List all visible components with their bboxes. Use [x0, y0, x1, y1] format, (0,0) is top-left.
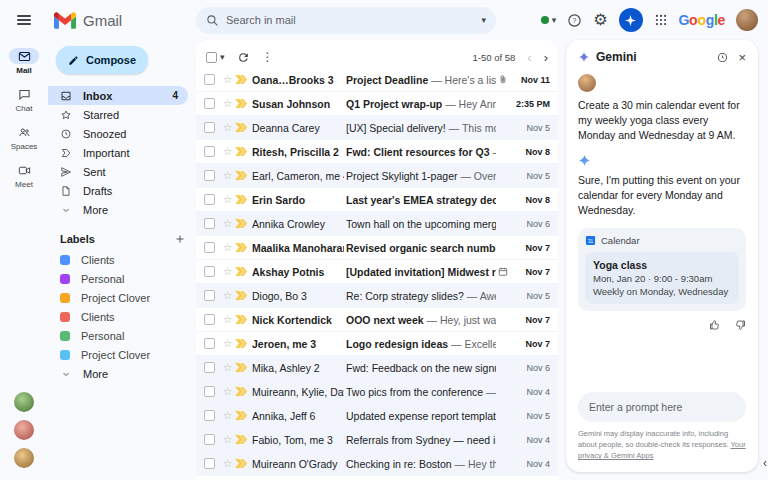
email-row[interactable]: ☆ Mika, Ashley 2 Fwd: Feedback on the ne… — [196, 356, 558, 380]
star-icon[interactable]: ☆ — [220, 337, 235, 350]
email-checkbox[interactable] — [204, 410, 215, 421]
create-label-button[interactable] — [174, 233, 186, 245]
label-item[interactable]: Personal — [48, 326, 196, 345]
thumbs-down-icon[interactable] — [734, 319, 746, 331]
newer-page-chevron[interactable]: ‹ — [527, 51, 531, 64]
contact-avatar-1[interactable] — [14, 392, 34, 412]
sidebar-item-drafts[interactable]: Drafts — [48, 181, 188, 200]
email-row[interactable]: ☆ Akshay Potnis [Updated invitation] Mid… — [196, 260, 558, 284]
email-row[interactable]: ☆ Annika Crowley Town hall on the upcomi… — [196, 212, 558, 236]
email-checkbox[interactable] — [204, 290, 215, 301]
select-all-control[interactable]: ▾ — [206, 52, 225, 63]
label-item[interactable]: Personal — [48, 269, 196, 288]
importance-marker-icon[interactable] — [235, 411, 252, 420]
labels-more[interactable]: More — [48, 364, 188, 383]
history-icon[interactable] — [716, 51, 729, 64]
label-item[interactable]: Project Clover — [48, 345, 196, 364]
label-item[interactable]: Project Clover — [48, 288, 196, 307]
select-dropdown-chevron-icon[interactable]: ▾ — [220, 52, 225, 62]
email-row[interactable]: ☆ Erin Sardo Last year's EMEA strategy d… — [196, 188, 558, 212]
settings-gear-icon[interactable]: ⚙ — [593, 12, 607, 28]
importance-marker-icon[interactable] — [235, 171, 252, 180]
star-icon[interactable]: ☆ — [220, 145, 235, 158]
email-checkbox[interactable] — [204, 98, 215, 109]
compose-button[interactable]: Compose — [56, 46, 148, 74]
contact-avatar-2[interactable] — [14, 420, 34, 440]
email-row[interactable]: ☆ Jeroen, me 3 Logo redesign ideas — Exc… — [196, 332, 558, 356]
sidebar-item-inbox[interactable]: Inbox 4 — [48, 86, 188, 105]
email-row[interactable]: ☆ Ritesh, Priscilla 2 Fwd: Client resour… — [196, 140, 558, 164]
star-icon[interactable]: ☆ — [220, 457, 235, 470]
main-menu-button[interactable] — [0, 12, 48, 27]
importance-marker-icon[interactable] — [235, 339, 252, 348]
email-checkbox[interactable] — [204, 362, 215, 373]
email-row[interactable]: ☆ Fabio, Tom, me 3 Referrals from Sydney… — [196, 428, 558, 452]
email-checkbox[interactable] — [204, 338, 215, 349]
star-icon[interactable]: ☆ — [220, 73, 235, 86]
email-checkbox[interactable] — [204, 266, 215, 277]
email-checkbox[interactable] — [204, 170, 215, 181]
email-row[interactable]: ☆ Diogo, Bo 3 Re: Corp strategy slides? … — [196, 284, 558, 308]
gemini-prompt-input[interactable] — [589, 401, 735, 413]
search-input[interactable] — [226, 14, 474, 26]
importance-marker-icon[interactable] — [235, 363, 252, 372]
importance-marker-icon[interactable] — [235, 435, 252, 444]
sidebar-item-snoozed[interactable]: Snoozed — [48, 124, 188, 143]
email-row[interactable]: ☆ Deanna Carey [UX] Special delivery! — … — [196, 116, 558, 140]
star-icon[interactable]: ☆ — [220, 361, 235, 374]
importance-marker-icon[interactable] — [235, 195, 252, 204]
email-checkbox[interactable] — [204, 122, 215, 133]
close-icon[interactable]: × — [738, 51, 746, 64]
star-icon[interactable]: ☆ — [220, 409, 235, 422]
more-options-button[interactable]: ⋮ — [262, 50, 274, 64]
sidebar-item-important[interactable]: Important — [48, 143, 188, 162]
importance-marker-icon[interactable] — [235, 219, 252, 228]
star-icon[interactable]: ☆ — [220, 289, 235, 302]
email-checkbox[interactable] — [204, 74, 215, 85]
importance-marker-icon[interactable] — [235, 267, 252, 276]
importance-marker-icon[interactable] — [235, 459, 252, 468]
email-checkbox[interactable] — [204, 386, 215, 397]
importance-marker-icon[interactable] — [235, 291, 252, 300]
help-button[interactable]: ? — [567, 13, 582, 28]
email-checkbox[interactable] — [204, 314, 215, 325]
star-icon[interactable]: ☆ — [220, 241, 235, 254]
email-checkbox[interactable] — [204, 242, 215, 253]
star-icon[interactable]: ☆ — [220, 217, 235, 230]
sidebar-item-sent[interactable]: Sent — [48, 162, 188, 181]
email-row[interactable]: ☆ Muireann O'Grady Checking in re: Bosto… — [196, 452, 558, 476]
calendar-event[interactable]: Yoga class Mon, Jan 20 · 9:00 - 9:30am W… — [585, 252, 739, 304]
email-row[interactable]: ☆ Muireann, Kylie, David Two pics from t… — [196, 380, 558, 404]
star-icon[interactable]: ☆ — [220, 97, 235, 110]
account-avatar[interactable] — [736, 9, 758, 31]
sidebar-item-starred[interactable]: Starred — [48, 105, 188, 124]
email-row[interactable]: ☆ Susan Johnson Q1 Project wrap-up — Hey… — [196, 92, 558, 116]
status-selector[interactable]: ▾ — [541, 15, 557, 25]
importance-marker-icon[interactable] — [235, 123, 252, 132]
star-icon[interactable]: ☆ — [220, 193, 235, 206]
rail-item-spaces[interactable]: Spaces — [9, 124, 39, 151]
star-icon[interactable]: ☆ — [220, 169, 235, 182]
thumbs-up-icon[interactable] — [709, 319, 721, 331]
importance-marker-icon[interactable] — [235, 387, 252, 396]
importance-marker-icon[interactable] — [235, 243, 252, 252]
star-icon[interactable]: ☆ — [220, 433, 235, 446]
email-row[interactable]: ☆ Oana…Brooks 3 Project Deadline — Here'… — [196, 68, 558, 92]
star-icon[interactable]: ☆ — [220, 313, 235, 326]
importance-marker-icon[interactable] — [235, 75, 252, 84]
sidebar-item-more[interactable]: More — [48, 200, 188, 219]
search-options-chevron-icon[interactable]: ▾ — [481, 15, 486, 25]
email-checkbox[interactable] — [204, 146, 215, 157]
calendar-result-card[interactable]: 31 Calendar Yoga class Mon, Jan 20 · 9:0… — [578, 228, 746, 311]
email-checkbox[interactable] — [204, 218, 215, 229]
refresh-button[interactable] — [237, 51, 250, 64]
collapse-panel-chevron[interactable]: ‹ — [763, 456, 767, 470]
star-icon[interactable]: ☆ — [220, 265, 235, 278]
email-row[interactable]: ☆ Nick Kortendick OOO next week — Hey, j… — [196, 308, 558, 332]
label-item[interactable]: Clients — [48, 307, 196, 326]
email-row[interactable]: ☆ Annika, Jeff 6 Updated expense report … — [196, 404, 558, 428]
older-page-chevron[interactable]: › — [544, 51, 548, 64]
rail-item-meet[interactable]: Meet — [9, 162, 39, 189]
email-checkbox[interactable] — [204, 194, 215, 205]
gemini-toggle-button[interactable] — [619, 8, 643, 32]
